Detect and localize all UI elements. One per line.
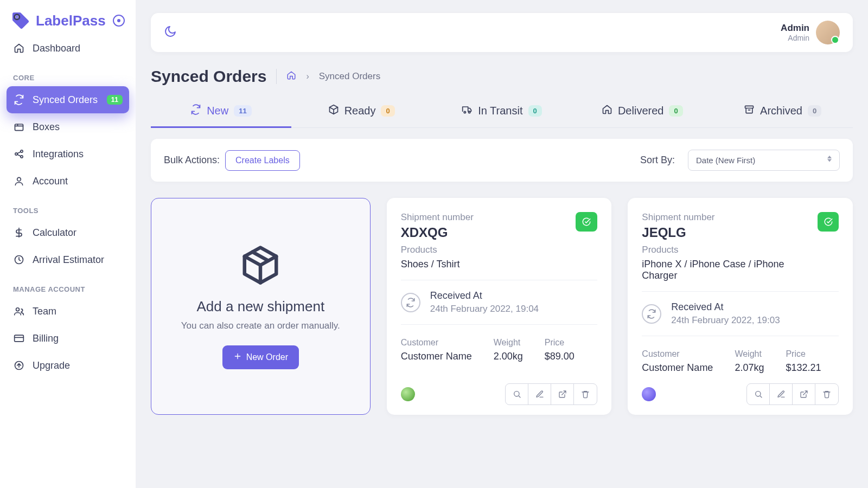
- app-name: LabelPass: [36, 12, 106, 29]
- sidebar-item-label: Synced Orders: [33, 94, 98, 106]
- price-value: $89.00: [545, 351, 575, 362]
- shipment-id: XDXQG: [401, 225, 474, 240]
- svg-rect-12: [745, 106, 754, 108]
- page-title: Synced Orders: [151, 67, 266, 86]
- received-at-value: 24th February 2022, 19:03: [671, 315, 780, 326]
- sidebar-item-label: Dashboard: [33, 43, 80, 54]
- create-labels-button[interactable]: Create Labels: [225, 150, 300, 171]
- delete-button[interactable]: [815, 384, 838, 404]
- edit-button[interactable]: [770, 384, 793, 404]
- view-button[interactable]: [506, 384, 528, 404]
- svg-point-10: [464, 111, 465, 113]
- nav-section-tools: TOOLS: [7, 195, 129, 219]
- weight-value: 2.00kg: [494, 351, 523, 362]
- truck-icon: [462, 104, 473, 118]
- tab-new[interactable]: New 11: [151, 95, 291, 127]
- logo[interactable]: LabelPass: [7, 11, 129, 35]
- divider: [642, 336, 839, 336]
- tab-archived[interactable]: Archived 0: [712, 95, 853, 127]
- sidebar: LabelPass Dashboard CORE Synced Orders 1…: [0, 0, 136, 488]
- sidebar-item-label: Account: [33, 176, 68, 187]
- tab-label: New: [207, 105, 228, 117]
- shipment-id: JEQLG: [642, 225, 818, 240]
- tab-in-transit[interactable]: In Transit 0: [432, 95, 572, 127]
- new-order-button[interactable]: New Order: [222, 345, 299, 369]
- sidebar-item-synced-orders[interactable]: Synced Orders 11: [7, 86, 129, 113]
- count-badge: 0: [381, 105, 394, 117]
- svg-point-11: [469, 111, 470, 113]
- sync-icon: [401, 293, 420, 312]
- sidebar-item-label: Upgrade: [33, 360, 70, 371]
- plus-icon: [233, 352, 242, 363]
- new-shipment-subtitle: You can also create an order manually.: [181, 320, 340, 331]
- target-icon[interactable]: [113, 15, 125, 27]
- breadcrumb: Synced Orders: [319, 71, 380, 82]
- sidebar-item-calculator[interactable]: Calculator: [7, 219, 129, 246]
- tab-delivered[interactable]: Delivered 0: [572, 95, 712, 127]
- card-actions: [746, 383, 839, 405]
- cards-row: Add a new shipment You can also create a…: [151, 198, 853, 415]
- dark-mode-toggle[interactable]: [164, 25, 177, 40]
- nav-section-manage: MANAGE ACCOUNT: [7, 273, 129, 298]
- divider: [276, 69, 277, 84]
- edit-button[interactable]: [528, 384, 551, 404]
- svg-rect-1: [15, 124, 23, 131]
- open-button[interactable]: [551, 384, 574, 404]
- price-value: $132.21: [786, 362, 821, 374]
- sync-icon: [642, 304, 661, 324]
- count-badge: 0: [808, 105, 821, 117]
- status-badge[interactable]: [818, 212, 839, 232]
- breadcrumb-home-icon[interactable]: [286, 70, 296, 82]
- home-icon: [602, 104, 612, 118]
- status-badge[interactable]: [576, 212, 597, 232]
- svg-point-13: [514, 391, 519, 396]
- customer-value: Customer Name: [642, 362, 713, 374]
- products-label: Products: [642, 245, 818, 255]
- count-badge: 11: [234, 105, 251, 117]
- sidebar-item-dashboard[interactable]: Dashboard: [7, 35, 129, 62]
- sidebar-item-team[interactable]: Team: [7, 298, 129, 325]
- chevron-right-icon: ›: [306, 72, 309, 81]
- package-icon: [328, 104, 339, 118]
- sidebar-item-boxes[interactable]: Boxes: [7, 113, 129, 140]
- new-shipment-title: Add a new shipment: [197, 298, 325, 315]
- sidebar-item-arrival-estimator[interactable]: Arrival Estimator: [7, 246, 129, 273]
- svg-point-5: [17, 177, 21, 181]
- source-icon: [401, 387, 415, 401]
- count-badge: 0: [528, 105, 542, 117]
- sidebar-item-upgrade[interactable]: Upgrade: [7, 352, 129, 379]
- divider: [401, 324, 598, 325]
- tab-ready[interactable]: Ready 0: [291, 95, 432, 127]
- products-value: iPhone X / iPhone Case / iPhone Charger: [642, 259, 818, 281]
- shipment-number-label: Shipment number: [401, 212, 474, 223]
- customer-value: Customer Name: [401, 351, 472, 362]
- user-role: Admin: [781, 34, 809, 42]
- sidebar-item-integrations[interactable]: Integrations: [7, 140, 129, 168]
- sync-icon: [190, 104, 201, 118]
- new-shipment-card: Add a new shipment You can also create a…: [151, 198, 371, 415]
- customer-label: Customer: [401, 338, 472, 348]
- nav-section-core: CORE: [7, 62, 129, 86]
- shipment-number-label: Shipment number: [642, 212, 818, 223]
- delete-button[interactable]: [574, 384, 597, 404]
- source-icon: [642, 387, 656, 401]
- box-icon: [13, 121, 25, 133]
- divider: [642, 291, 839, 292]
- sidebar-item-billing[interactable]: Billing: [7, 325, 129, 352]
- tag-icon: [11, 11, 30, 30]
- sync-icon: [13, 94, 25, 106]
- tab-label: Ready: [344, 105, 376, 117]
- sort-select[interactable]: Date (New First): [688, 150, 840, 171]
- svg-point-14: [755, 391, 760, 396]
- package-icon: [239, 244, 282, 288]
- card-actions: [505, 383, 597, 405]
- view-button[interactable]: [747, 384, 770, 404]
- sidebar-item-account[interactable]: Account: [7, 168, 129, 195]
- user-menu[interactable]: Admin Admin: [781, 21, 840, 44]
- received-at-label: Received At: [671, 301, 780, 313]
- open-button[interactable]: [793, 384, 815, 404]
- sidebar-item-label: Boxes: [33, 121, 60, 133]
- price-label: Price: [786, 349, 821, 359]
- user-name: Admin: [781, 23, 809, 34]
- count-badge: 0: [669, 105, 682, 117]
